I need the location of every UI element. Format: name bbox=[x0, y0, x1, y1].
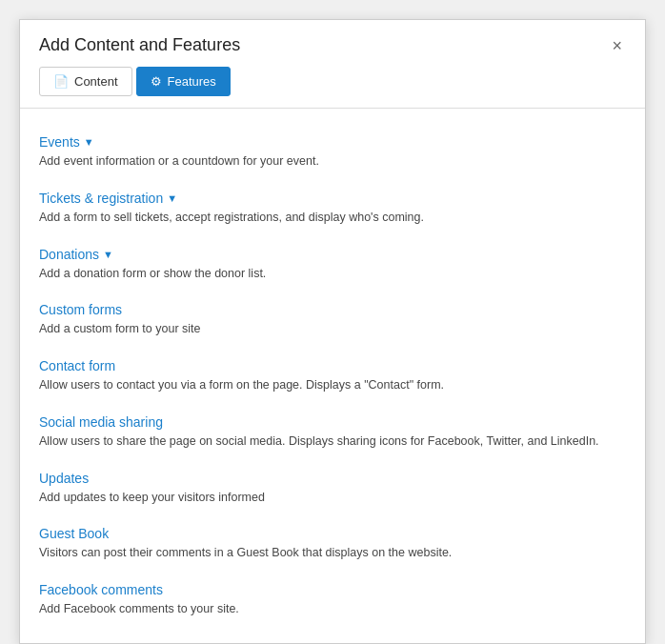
content-tab-icon: 📄 bbox=[53, 74, 69, 89]
add-content-dialog: Add Content and Features × 📄 Content ⚙ F… bbox=[19, 19, 646, 644]
feature-title-social-media-sharing[interactable]: Social media sharing bbox=[39, 414, 163, 430]
dialog-title: Add Content and Features bbox=[39, 35, 240, 55]
feature-desc-updates: Add updates to keep your visitors inform… bbox=[39, 489, 626, 507]
feature-desc-social-media-sharing: Allow users to share the page on social … bbox=[39, 433, 626, 451]
tab-content-label: Content bbox=[74, 74, 118, 89]
feature-title-tickets-registration[interactable]: Tickets & registration ▼ bbox=[39, 191, 177, 206]
feature-desc-events: Add event information or a countdown for… bbox=[39, 152, 626, 171]
feature-item-donations: Donations ▼Add a donation form or show t… bbox=[39, 236, 626, 292]
feature-desc-custom-forms: Add a custom form to your site bbox=[39, 320, 626, 338]
feature-item-social-media-sharing: Social media sharingAllow users to share… bbox=[39, 404, 626, 460]
feature-title-updates[interactable]: Updates bbox=[39, 471, 89, 486]
feature-desc-tickets-registration: Add a form to sell tickets, accept regis… bbox=[39, 209, 626, 227]
features-list: Events ▼Add event information or a count… bbox=[20, 109, 645, 643]
feature-item-guest-book: Guest BookVisitors can post their commen… bbox=[39, 515, 626, 572]
feature-title-custom-forms[interactable]: Custom forms bbox=[39, 302, 122, 317]
feature-item-contact-form: Contact formAllow users to contact you v… bbox=[39, 348, 626, 404]
feature-title-events[interactable]: Events ▼ bbox=[39, 134, 94, 150]
feature-item-events: Events ▼Add event information or a count… bbox=[39, 124, 626, 180]
dropdown-arrow-icon: ▼ bbox=[84, 136, 94, 148]
feature-item-facebook-comments: Facebook commentsAdd Facebook comments t… bbox=[39, 572, 626, 628]
close-button[interactable]: × bbox=[608, 37, 626, 54]
feature-item-tickets-registration: Tickets & registration ▼Add a form to se… bbox=[39, 180, 626, 236]
dropdown-arrow-icon: ▼ bbox=[103, 249, 113, 260]
dropdown-arrow-icon: ▼ bbox=[167, 192, 177, 204]
feature-desc-facebook-comments: Add Facebook comments to your site. bbox=[39, 600, 626, 618]
feature-item-updates: UpdatesAdd updates to keep your visitors… bbox=[39, 460, 626, 516]
feature-desc-contact-form: Allow users to contact you via a form on… bbox=[39, 376, 626, 394]
feature-desc-donations: Add a donation form or show the donor li… bbox=[39, 265, 626, 283]
dialog-header: Add Content and Features × bbox=[20, 20, 645, 67]
tab-bar: 📄 Content ⚙ Features bbox=[20, 67, 645, 109]
feature-title-donations[interactable]: Donations ▼ bbox=[39, 247, 113, 262]
tab-features-label: Features bbox=[168, 74, 216, 89]
tab-features[interactable]: ⚙ Features bbox=[136, 67, 231, 96]
feature-title-contact-form[interactable]: Contact form bbox=[39, 358, 115, 373]
feature-item-custom-forms: Custom formsAdd a custom form to your si… bbox=[39, 292, 626, 348]
feature-title-guest-book[interactable]: Guest Book bbox=[39, 526, 109, 541]
tab-content[interactable]: 📄 Content bbox=[39, 67, 132, 96]
feature-title-facebook-comments[interactable]: Facebook comments bbox=[39, 582, 163, 597]
features-tab-icon: ⚙ bbox=[151, 74, 162, 89]
feature-desc-guest-book: Visitors can post their comments in a Gu… bbox=[39, 544, 626, 562]
